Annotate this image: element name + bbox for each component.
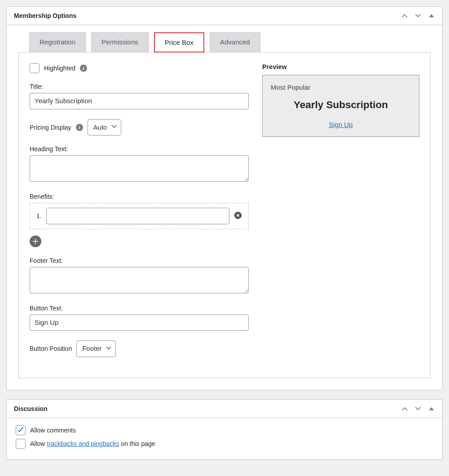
button-text-label: Button Text: [30, 305, 249, 312]
title-input[interactable] [30, 93, 249, 109]
preview-title: Yearly Subscription [271, 99, 411, 111]
preview-column: Preview Most Popular Yearly Subscription… [262, 63, 419, 367]
allow-trackbacks-label: Allow trackbacks and pingbacks on this p… [30, 440, 155, 447]
chevron-up-icon [401, 12, 409, 20]
benefit-number: 1. [36, 212, 42, 219]
order-up-button[interactable] [399, 403, 410, 414]
heading-text-input[interactable] [30, 155, 249, 182]
chevron-up-icon [401, 405, 409, 413]
preview-most-popular: Most Popular [271, 83, 411, 91]
footer-text-label: Footer Text: [30, 257, 249, 264]
button-position-label: Button Position [30, 345, 72, 352]
add-benefit-button[interactable] [30, 236, 249, 247]
panel-title: Discussion [7, 400, 55, 418]
caret-up-icon [427, 405, 436, 413]
title-label: Title: [30, 83, 249, 90]
tab-advanced[interactable]: Advanced [210, 32, 260, 52]
highlighted-label: Highlighted [44, 65, 75, 72]
tab-content: Highlighted i Title: Pricing Display i A… [18, 52, 431, 378]
allow-comments-checkbox[interactable] [16, 425, 26, 435]
trackbacks-link[interactable]: trackbacks and pingbacks [47, 440, 119, 447]
caret-up-icon [427, 12, 436, 20]
tab-registration[interactable]: Registration [29, 32, 86, 52]
benefit-input[interactable] [46, 208, 229, 224]
heading-text-label: Heading Text: [30, 145, 249, 153]
chevron-down-icon [414, 405, 422, 413]
panel-actions [399, 10, 442, 21]
order-down-button[interactable] [413, 403, 423, 414]
preview-header: Preview [262, 63, 419, 70]
tab-nav: Registration Permissions Price Box Advan… [29, 32, 431, 52]
discussion-inside: Allow comments Allow trackbacks and ping… [7, 418, 442, 459]
preview-box: Most Popular Yearly Subscription Sign Up [262, 75, 419, 137]
order-up-button[interactable] [399, 10, 410, 21]
close-icon [234, 211, 242, 219]
pricing-display-label: Pricing Display [30, 124, 71, 131]
panel-title: Membership Options [7, 7, 84, 25]
button-position-select[interactable]: Footer [76, 341, 116, 357]
membership-inside: Registration Permissions Price Box Advan… [7, 25, 442, 390]
remove-benefit-button[interactable] [234, 211, 242, 221]
pricebox-form-column: Highlighted i Title: Pricing Display i A… [30, 63, 249, 367]
button-text-input[interactable] [30, 314, 249, 331]
order-down-button[interactable] [413, 10, 423, 21]
plus-icon [32, 238, 39, 245]
allow-comments-label: Allow comments [30, 427, 76, 434]
membership-options-panel: Membership Options Registration Permissi… [6, 6, 443, 390]
pricing-display-select[interactable]: Auto [88, 119, 121, 136]
discussion-header: Discussion [7, 400, 442, 418]
benefit-row: 1. [30, 203, 249, 229]
chevron-down-icon [414, 12, 422, 20]
membership-header: Membership Options [7, 7, 442, 25]
toggle-panel-button[interactable] [426, 403, 437, 414]
discussion-panel: Discussion Allow comments Allow trackbac… [6, 399, 443, 460]
highlighted-checkbox[interactable] [30, 63, 40, 73]
footer-text-input[interactable] [30, 267, 249, 293]
tab-price-box[interactable]: Price Box [154, 32, 204, 52]
toggle-panel-button[interactable] [426, 10, 437, 21]
tab-permissions[interactable]: Permissions [91, 32, 149, 52]
info-icon[interactable]: i [76, 124, 83, 131]
info-icon[interactable]: i [80, 65, 87, 72]
preview-signup-link[interactable]: Sign Up [329, 121, 352, 128]
panel-actions [399, 403, 442, 414]
benefits-label: Benefits: [30, 193, 249, 200]
allow-trackbacks-checkbox[interactable] [16, 439, 26, 449]
check-icon [17, 426, 25, 434]
